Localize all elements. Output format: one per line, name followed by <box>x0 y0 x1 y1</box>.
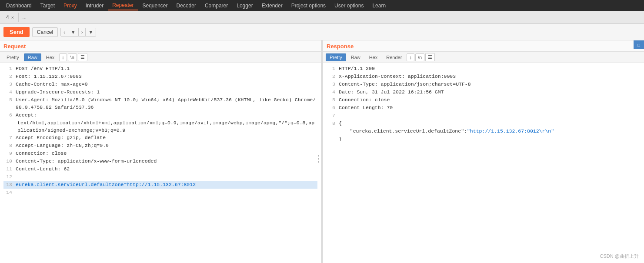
response-panel: □ Response Pretty Raw Hex Render ↕ \n ☰ … <box>323 40 644 263</box>
nav-proxy[interactable]: Proxy <box>59 1 81 10</box>
nav-user-options[interactable]: User options <box>330 1 368 10</box>
response-tab-raw[interactable]: Raw <box>347 53 364 61</box>
response-tab-pretty[interactable]: Pretty <box>326 53 346 61</box>
nav-comparer[interactable]: Comparer <box>200 1 232 10</box>
nav-dashboard[interactable]: Dashboard <box>2 1 36 10</box>
watermark: CSDN @曲折上升 <box>600 253 639 260</box>
tab-bar: 4 × ... <box>0 11 644 24</box>
resp-line-6: 6 Content-Length: 70 <box>327 104 641 112</box>
code-line-13: 13 eureka.client.serviceUrl.defaultZone=… <box>3 181 317 189</box>
request-header: Request <box>0 40 321 52</box>
send-button[interactable]: Send <box>3 27 30 37</box>
code-line-6b: text/html,application/xhtml+xml,applicat… <box>3 119 317 134</box>
nav-intruder[interactable]: Intruder <box>81 1 108 10</box>
resp-line-5: 5 Connection: close <box>327 96 641 104</box>
nav-learn[interactable]: Learn <box>368 1 390 10</box>
response-tab-newlines[interactable]: \n <box>415 53 424 61</box>
resp-line-2: 2 X-Application-Context: application:909… <box>327 73 641 80</box>
response-header: Response <box>323 40 644 52</box>
expand-icon: □ <box>637 43 640 47</box>
resp-line-1: 1 HTTP/1.1 200 <box>327 65 641 73</box>
response-tab-menu[interactable]: ☰ <box>425 53 435 61</box>
resp-line-8: 8 { <box>327 120 641 127</box>
resp-line-4: 4 Date: Sun, 31 Jul 2022 16:21:56 GMT <box>327 88 641 96</box>
main-content: Request Pretty Raw Hex ↕ \n ☰ 1 POST /en… <box>0 40 644 263</box>
top-nav: Dashboard Target Proxy Intruder Repeater… <box>0 0 644 11</box>
code-line-3: 3 Cache-Control: max-age=0 <box>3 80 317 88</box>
nav-left-button[interactable]: ‹ <box>61 28 68 36</box>
response-tab-wrap[interactable]: ↕ <box>407 53 414 61</box>
code-line-12: 12 <box>3 173 317 181</box>
request-tab-menu[interactable]: ☰ <box>78 53 87 61</box>
response-code-area[interactable]: 1 HTTP/1.1 200 2 X-Application-Context: … <box>323 63 644 263</box>
nav-logger[interactable]: Logger <box>232 1 257 10</box>
nav-right-button[interactable]: › <box>79 28 86 36</box>
dot-2 <box>318 158 319 160</box>
request-tab-hex[interactable]: Hex <box>42 53 59 61</box>
code-line-7: 7 Accept-Encoding: gzip, deflate <box>3 134 317 142</box>
code-line-11: 11 Content-Length: 62 <box>3 165 317 173</box>
corner-expand-btn[interactable]: □ <box>634 40 644 49</box>
dot-1 <box>318 155 319 156</box>
nav-decoder[interactable]: Decoder <box>172 1 200 10</box>
nav-left-dropdown[interactable]: ▼ <box>68 28 79 36</box>
nav-repeater[interactable]: Repeater <box>108 1 138 10</box>
request-tab-pretty[interactable]: Pretty <box>3 53 23 61</box>
nav-right-dropdown[interactable]: ▼ <box>86 28 96 36</box>
cancel-button[interactable]: Cancel <box>32 27 58 37</box>
resp-line-7: 7 <box>327 112 641 120</box>
resp-line-10: } <box>327 135 641 143</box>
resp-line-3: 3 Content-Type: application/json;charset… <box>327 80 641 88</box>
tab-4[interactable]: 4 × <box>2 13 19 22</box>
resize-handle[interactable] <box>318 155 319 163</box>
code-line-14: 14 <box>3 189 317 196</box>
request-tab-wrap[interactable]: ↕ <box>59 53 67 61</box>
nav-sequencer[interactable]: Sequencer <box>138 1 172 10</box>
code-line-4: 4 Upgrade-Insecure-Requests: 1 <box>3 88 317 96</box>
code-line-1: 1 POST /env HTTP/1.1 <box>3 65 317 73</box>
nav-project-options[interactable]: Project options <box>287 1 330 10</box>
dot-3 <box>318 161 319 163</box>
toolbar: Send Cancel ‹ ▼ › ▼ <box>0 24 644 40</box>
request-tabs: Pretty Raw Hex ↕ \n ☰ <box>0 52 321 63</box>
code-line-5: 5 User-Agent: Mozilla/5.0 (Windows NT 10… <box>3 96 317 111</box>
code-line-10: 10 Content-Type: application/x-www-form-… <box>3 157 317 165</box>
code-line-2: 2 Host: 1.15.132.67:9093 <box>3 73 317 80</box>
request-tab-raw[interactable]: Raw <box>24 53 41 61</box>
response-tab-hex[interactable]: Hex <box>365 53 382 61</box>
response-tab-render[interactable]: Render <box>382 53 406 61</box>
response-tabs: Pretty Raw Hex Render ↕ \n ☰ <box>323 52 644 63</box>
request-panel: Request Pretty Raw Hex ↕ \n ☰ 1 POST /en… <box>0 40 321 263</box>
code-line-9: 9 Connection: close <box>3 150 317 157</box>
nav-arrows: ‹ ▼ › ▼ <box>60 28 96 37</box>
code-line-8: 8 Accept-Language: zh-CN,zh;q=0.9 <box>3 142 317 150</box>
nav-extender[interactable]: Extender <box>257 1 287 10</box>
code-line-6a: 6 Accept: <box>3 111 317 119</box>
request-code-area[interactable]: 1 POST /env HTTP/1.1 2 Host: 1.15.132.67… <box>0 63 321 263</box>
tab-label: 4 <box>6 14 9 20</box>
resp-line-9: "eureka.client.serviceUrl.defaultZone":"… <box>327 127 641 135</box>
tab-close-icon[interactable]: × <box>11 15 14 20</box>
tab-ellipsis[interactable]: ... <box>19 13 30 22</box>
request-tab-newlines[interactable]: \n <box>68 53 77 61</box>
nav-target[interactable]: Target <box>36 1 59 10</box>
